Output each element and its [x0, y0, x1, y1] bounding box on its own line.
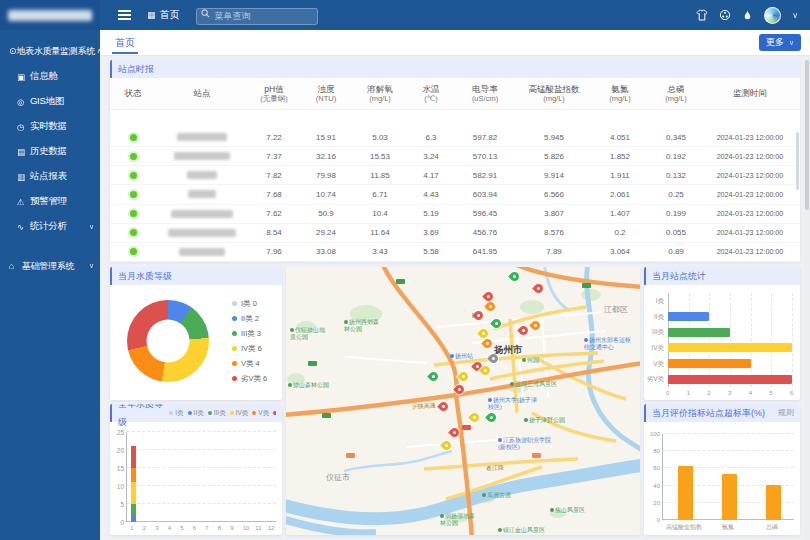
- sidebar-item-label: 实时数据: [30, 120, 94, 133]
- station-name-redacted: [179, 248, 225, 256]
- poi-icon: [498, 438, 502, 442]
- map-pin-green[interactable]: [427, 370, 440, 383]
- search-icon: [201, 9, 210, 18]
- status-cell: [110, 134, 156, 141]
- more-label: 更多: [766, 36, 784, 49]
- menu-toggle-icon[interactable]: [118, 14, 131, 16]
- map-pin-green[interactable]: [490, 317, 503, 330]
- map-pin-yellow[interactable]: [440, 439, 453, 452]
- sidebar-item-label: 统计分析: [30, 220, 89, 233]
- value-cell: 3.69: [408, 228, 454, 237]
- legend-label: I类 0: [241, 299, 257, 309]
- map-label-text: 春江路: [486, 464, 504, 471]
- monthly-station-stats-panel: 当月站点统计 0123456I类II类III类IV类V类劣V类: [644, 267, 800, 400]
- map-pin-orange[interactable]: [481, 337, 494, 350]
- sidebar-item-1[interactable]: ◎GIS地图: [0, 89, 100, 114]
- value-cell: 3.064: [592, 247, 648, 256]
- station-map[interactable]: 扬州市江都区仪征市沪陕高速春江路扬州西郊森林公园仪征捺山地质公园捺山森林公园运河…: [286, 267, 640, 535]
- legend-item: V类 4: [232, 356, 267, 371]
- value-cell: 570.13: [454, 152, 516, 161]
- y-tick-label: 10: [117, 483, 124, 490]
- map-pin-yellow[interactable]: [468, 411, 481, 424]
- avatar[interactable]: [764, 7, 781, 24]
- layout-dots-icon[interactable]: [719, 9, 731, 21]
- chevron-down-icon[interactable]: ∨: [792, 11, 798, 20]
- value-cell: 456.76: [454, 228, 516, 237]
- sidebar-item-4[interactable]: ▥站点报表: [0, 164, 100, 189]
- notification-flame-icon[interactable]: [742, 9, 753, 21]
- map-pin-red[interactable]: [448, 426, 461, 439]
- theme-shirt-icon[interactable]: [696, 9, 708, 21]
- column-unit: (NTU): [316, 94, 336, 103]
- map-pin-yellow[interactable]: [457, 370, 470, 383]
- sidebar-item-0[interactable]: ▣信息舱: [0, 64, 100, 89]
- map-pin-green[interactable]: [485, 411, 498, 424]
- value-cell: 7.68: [248, 190, 300, 199]
- value-cell: 5.58: [408, 247, 454, 256]
- value-cell: 15.91: [300, 133, 352, 142]
- stack-segment: [131, 482, 136, 504]
- sidebar: ⊙ 地表水质量监测系统 ∧ ▣信息舱◎GIS地图◷实时数据▤历史数据▥站点报表⚠…: [0, 0, 100, 540]
- page-scrollbar[interactable]: [804, 56, 810, 540]
- value-cell: 7.37: [248, 152, 300, 161]
- value-cell: 2.061: [592, 190, 648, 199]
- chart-legend: I类II类III类IV类V类劣V类: [169, 404, 276, 422]
- map-pin-green[interactable]: [508, 270, 521, 283]
- sidebar-section-water-monitor-system[interactable]: ⊙ 地表水质量监测系统 ∧: [0, 38, 100, 64]
- map-pin-red[interactable]: [437, 400, 450, 413]
- map-pin-orange[interactable]: [529, 319, 542, 332]
- logo: [0, 0, 100, 30]
- map-pin-orange[interactable]: [484, 300, 497, 313]
- sidebar-item-6[interactable]: ∿统计分析∨: [0, 214, 100, 239]
- sidebar-item-5[interactable]: ⚠预警管理: [0, 189, 100, 214]
- sidebar-item-2[interactable]: ◷实时数据: [0, 114, 100, 139]
- sidebar-section-base-system[interactable]: ⌂ 基础管理系统 ∨: [0, 253, 100, 279]
- legend-label: V类: [258, 404, 269, 422]
- poi-icon: [488, 398, 492, 402]
- value-cell: 8.54: [248, 228, 300, 237]
- bar: [722, 474, 737, 520]
- chevron-down-icon: ∨: [789, 39, 794, 47]
- value-cell: 15.53: [352, 152, 408, 161]
- tab-home[interactable]: 首页: [112, 32, 138, 54]
- station-cell: [156, 152, 248, 160]
- rules-link[interactable]: 规则: [778, 404, 794, 422]
- park-icon: [550, 508, 554, 512]
- sidebar-item-3[interactable]: ▤历史数据: [0, 139, 100, 164]
- search-input[interactable]: [196, 8, 318, 25]
- sidebar-item-label: 站点报表: [30, 170, 94, 183]
- status-cell: [110, 210, 156, 217]
- monthly-grade-panel: 当月水质等级 I类 0II类 2III类 3IV类 6V类 4劣V类 6: [110, 267, 282, 400]
- map-label-city: 扬州市: [494, 345, 523, 356]
- x-tick-label: 6: [193, 525, 196, 531]
- map-pin-red[interactable]: [453, 383, 466, 396]
- panel-title: 当月水质等级: [118, 267, 172, 285]
- gridline: [663, 450, 794, 451]
- column-unit: (无量纲): [260, 94, 288, 103]
- station-report-panel: 站点时报 状态站点pH值(无量纲)浊度(NTU)溶解氧(mg/L)水温(℃)电导…: [110, 60, 800, 262]
- breadcrumb[interactable]: ▦ 首页: [147, 8, 180, 22]
- status-online-dot: [130, 229, 137, 236]
- park-icon: [290, 328, 294, 332]
- map-label-park: 仪征捺山地质公园: [290, 327, 326, 341]
- map-pin-red[interactable]: [517, 324, 530, 337]
- sidebar-section-label: 地表水质量监测系统: [17, 45, 95, 58]
- map-pin-red[interactable]: [472, 309, 485, 322]
- status-online-dot: [130, 210, 137, 217]
- value-cell: 0.89: [648, 247, 704, 256]
- column-name: pH值: [264, 84, 283, 95]
- page-scrollbar-thumb[interactable]: [805, 60, 809, 210]
- map-pin-red[interactable]: [532, 282, 545, 295]
- breadcrumb-home[interactable]: 首页: [160, 8, 180, 22]
- more-button[interactable]: 更多 ∨: [759, 34, 801, 51]
- park-icon: [482, 493, 486, 497]
- system-icon: ⊙: [9, 46, 17, 56]
- map-label-park: 焦山风景区: [550, 507, 585, 514]
- plot-area: [662, 434, 794, 520]
- donut-legend: I类 0II类 2III类 3IV类 6V类 4劣V类 6: [232, 296, 267, 386]
- stack-segment: [131, 468, 136, 482]
- x-tick-label: 8: [218, 525, 221, 531]
- status-cell: [110, 172, 156, 179]
- poi-icon: [450, 354, 454, 358]
- table-scrollbar[interactable]: [796, 132, 799, 190]
